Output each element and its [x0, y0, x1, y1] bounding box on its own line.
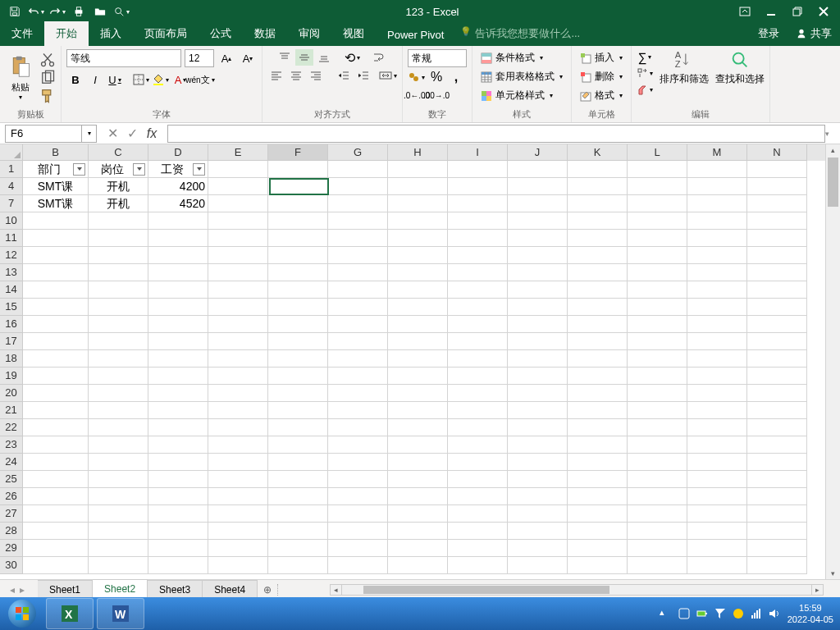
row-header[interactable]: 26 [0, 488, 23, 505]
row-header[interactable]: 28 [0, 523, 23, 540]
cell[interactable] [568, 471, 628, 488]
cell[interactable] [508, 402, 568, 419]
fill-icon[interactable]: ▾ [637, 66, 653, 80]
tab-file[interactable]: 文件 [0, 21, 44, 46]
cell[interactable] [23, 212, 89, 230]
cell[interactable] [388, 333, 448, 350]
cell[interactable] [508, 247, 568, 264]
cell[interactable] [448, 557, 508, 574]
cell[interactable] [628, 523, 687, 540]
cell[interactable] [508, 264, 568, 281]
cell[interactable] [687, 505, 747, 523]
cell[interactable] [628, 488, 687, 505]
row-header[interactable]: 16 [0, 316, 23, 333]
cell[interactable] [148, 281, 208, 299]
cell[interactable] [388, 161, 448, 178]
share-button[interactable]: 共享 [788, 21, 840, 46]
fill-color-button[interactable]: ▾ [152, 71, 170, 89]
cell[interactable] [687, 402, 747, 419]
cell[interactable] [628, 471, 687, 488]
cell[interactable] [208, 230, 268, 247]
cell[interactable] [208, 247, 268, 264]
cell[interactable] [268, 195, 328, 212]
cell[interactable] [208, 195, 268, 212]
cell[interactable] [508, 333, 568, 350]
cell[interactable] [747, 540, 807, 557]
cell[interactable] [687, 471, 747, 488]
login-button[interactable]: 登录 [750, 21, 788, 46]
increase-indent-icon[interactable] [354, 67, 372, 84]
cell[interactable] [23, 230, 89, 247]
cell[interactable] [23, 523, 89, 540]
cell[interactable] [208, 505, 268, 523]
col-header-h[interactable]: H [388, 144, 448, 161]
cell[interactable] [268, 505, 328, 523]
row-header[interactable]: 12 [0, 247, 23, 264]
taskbar-clock[interactable]: 15:59 2022-04-05 [788, 602, 833, 626]
cell[interactable] [448, 161, 508, 178]
cell[interactable] [208, 454, 268, 471]
align-bottom-icon[interactable] [315, 49, 333, 66]
cell[interactable] [687, 212, 747, 230]
cell[interactable] [628, 557, 687, 574]
row-header[interactable]: 20 [0, 385, 23, 402]
col-header-b[interactable]: B [23, 144, 89, 161]
row-header[interactable]: 24 [0, 454, 23, 471]
cut-icon[interactable] [39, 52, 56, 67]
row-header[interactable]: 27 [0, 505, 23, 523]
cell[interactable] [328, 247, 388, 264]
cell[interactable] [208, 316, 268, 333]
cell[interactable] [89, 505, 148, 523]
tray-action-icon[interactable] [714, 607, 727, 620]
cell[interactable] [23, 557, 89, 574]
formula-input[interactable] [167, 125, 825, 143]
name-box-dropdown[interactable]: ▾ [82, 125, 97, 143]
cell[interactable] [388, 488, 448, 505]
cell[interactable]: 4520 [148, 195, 208, 212]
tray-volume-icon[interactable] [768, 607, 781, 620]
cell[interactable] [208, 419, 268, 436]
cell[interactable] [508, 350, 568, 368]
cell[interactable] [268, 350, 328, 368]
cell[interactable] [628, 385, 687, 402]
cell[interactable] [23, 402, 89, 419]
restore-icon[interactable] [786, 3, 809, 20]
select-all-button[interactable] [0, 144, 23, 161]
horizontal-scrollbar[interactable]: ◂ ▸ [330, 584, 824, 596]
cell[interactable] [268, 471, 328, 488]
cell[interactable] [747, 195, 807, 212]
orientation-icon[interactable]: ⟲▾ [343, 49, 361, 66]
cell[interactable] [89, 316, 148, 333]
cell[interactable] [328, 195, 388, 212]
cell[interactable] [687, 523, 747, 540]
cell[interactable] [328, 281, 388, 299]
phonetic-button[interactable]: wén文▾ [191, 71, 209, 89]
cell[interactable] [328, 368, 388, 385]
cell[interactable] [388, 419, 448, 436]
ribbon-options-icon[interactable] [733, 3, 756, 20]
row-header[interactable]: 4 [0, 178, 23, 195]
font-name-combo[interactable] [66, 49, 181, 67]
cell[interactable] [508, 281, 568, 299]
cell[interactable] [268, 540, 328, 557]
cell[interactable] [148, 454, 208, 471]
cell[interactable] [89, 350, 148, 368]
tab-formulas[interactable]: 公式 [199, 21, 243, 46]
row-header[interactable]: 22 [0, 419, 23, 436]
new-sheet-button[interactable]: ⊕ [258, 584, 277, 596]
cell[interactable] [23, 281, 89, 299]
cell[interactable] [89, 436, 148, 454]
cell[interactable] [268, 281, 328, 299]
cell[interactable] [747, 333, 807, 350]
enter-formula-icon[interactable]: ✓ [123, 126, 141, 142]
row-header[interactable]: 1 [0, 161, 23, 178]
cell[interactable] [568, 281, 628, 299]
cell[interactable] [208, 281, 268, 299]
cell[interactable] [89, 471, 148, 488]
merge-cells-icon[interactable]: ▾ [379, 67, 397, 84]
cell[interactable] [23, 436, 89, 454]
cell[interactable] [568, 454, 628, 471]
cell[interactable]: SMT课 [23, 195, 89, 212]
cell[interactable] [687, 436, 747, 454]
cell[interactable] [687, 281, 747, 299]
